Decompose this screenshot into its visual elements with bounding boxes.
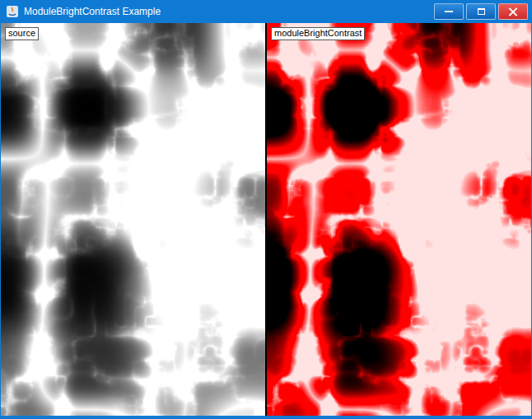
maximize-icon: [478, 8, 485, 15]
minimize-button[interactable]: [434, 3, 464, 20]
source-panel: source: [1, 23, 265, 416]
titlebar[interactable]: ModuleBrightContrast Example: [1, 0, 531, 23]
maximize-button[interactable]: [466, 3, 496, 20]
window-controls: [434, 3, 528, 20]
module-bright-contrast-panel: moduleBrightContrast: [267, 23, 531, 416]
content-area: source moduleBrightContrast: [1, 23, 531, 416]
window-title: ModuleBrightContrast Example: [24, 6, 434, 17]
close-icon: [509, 7, 518, 16]
source-image: [1, 23, 265, 416]
source-panel-label: source: [5, 27, 39, 40]
close-button[interactable]: [498, 3, 528, 20]
app-window: ModuleBrightContrast Example source modu…: [0, 0, 532, 419]
module-bright-contrast-image: [267, 23, 531, 416]
minimize-icon: [445, 11, 453, 12]
java-app-icon: [6, 5, 19, 18]
module-panel-label: moduleBrightContrast: [271, 27, 365, 40]
